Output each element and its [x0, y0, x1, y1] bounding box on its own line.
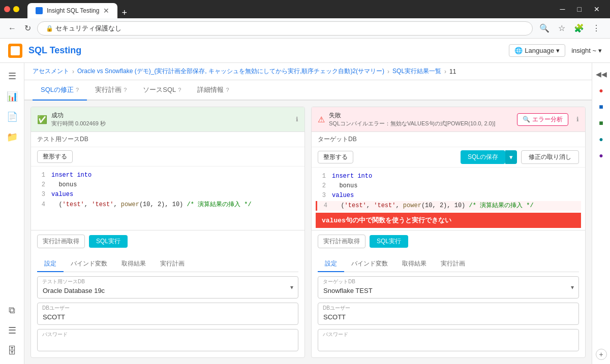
back-btn[interactable]: ← — [6, 22, 18, 35]
right-sql-exec-btn[interactable]: SQL実行 — [370, 235, 408, 248]
right-user-field-label: DBユーザー — [323, 305, 350, 312]
sidebar-icon-doc[interactable]: 📄 — [3, 108, 21, 126]
left-user-field-group: DBユーザー — [37, 303, 298, 325]
window-minimize-btn[interactable]: ─ — [554, 4, 571, 14]
sidebar-icon-db[interactable]: 🗄 — [3, 342, 21, 360]
window-close-btn[interactable]: ✕ — [588, 4, 606, 14]
right-user-input[interactable] — [318, 303, 579, 325]
right-db-select[interactable]: Snowflake TEST — [318, 276, 579, 299]
menu-icon[interactable]: ⋮ — [589, 21, 604, 36]
right-settings-tabs: 設定 バインド変数 取得結果 実行計画 — [318, 256, 579, 272]
rs-red-icon[interactable]: ● — [594, 83, 608, 97]
error-analysis-btn[interactable]: 🔍 エラー分析 — [517, 113, 568, 126]
left-code-editor[interactable]: 1 insert into 2 bonus 3 values 4 — [31, 167, 304, 230]
window-minimize-dot[interactable] — [13, 6, 19, 12]
left-user-field-label: DBユーザー — [42, 305, 70, 312]
error-note: values句の中で関数を使うと実行できない — [316, 213, 581, 228]
left-status-info-icon[interactable]: ℹ — [296, 116, 298, 123]
right-code-line-1: 1 insert into — [316, 172, 581, 181]
tab-sql-modify[interactable]: SQLの修正 ? — [33, 80, 87, 101]
new-tab-btn[interactable]: + — [117, 8, 131, 18]
security-icon: 🔒 — [46, 25, 53, 32]
right-code-editor[interactable]: 1 insert into 2 bonus 3 values 4 — [312, 168, 585, 230]
sidebar-icon-copy[interactable]: ⧉ — [3, 301, 21, 319]
left-status-bar: ✅ 成功 実行時間 0.002469 秒 ℹ — [31, 107, 304, 132]
tab-source-sql[interactable]: ソースSQL ? — [135, 80, 189, 101]
left-exec-plan-btn[interactable]: 実行計画取得 — [37, 235, 85, 248]
left-sql-exec-btn[interactable]: SQL実行 — [89, 235, 128, 248]
code-line-1: 1 insert into — [35, 171, 300, 180]
breadcrumb-item2[interactable]: SQL実行結果一覧 — [392, 67, 441, 76]
right-code-toolbar: 整形する SQLの保存 ▾ 修正の取り消し — [312, 147, 585, 168]
insight-btn[interactable]: insight ~ ▾ — [571, 47, 602, 54]
left-settings-panel: 設定 バインド変数 取得結果 実行計画 テスト用ソースDB Oracle Dat… — [31, 252, 304, 357]
sidebar-icon-menu[interactable]: ☰ — [3, 67, 21, 85]
left-db-field-label: テスト用ソースDB — [42, 278, 85, 285]
star-icon[interactable]: ☆ — [554, 21, 569, 36]
address-bar: ← ↻ 🔒 セキュリティ保護なし 🔍 ☆ 🧩 ⋮ — [0, 18, 610, 39]
right-settings-tab-plan[interactable]: 実行計画 — [434, 256, 472, 272]
left-exec-time: 実行時間 0.002469 秒 — [51, 120, 106, 127]
tab-detail-info[interactable]: 詳細情報 ? — [189, 80, 237, 101]
window-maximize-btn[interactable]: □ — [571, 4, 588, 14]
rs-purple-icon[interactable]: ● — [594, 148, 608, 162]
breadcrumb-item1[interactable]: Oracle vs Snowflake (デモ)_(実行計画全部保存, キャッシ… — [77, 67, 384, 76]
save-sql-arrow-btn[interactable]: ▾ — [505, 150, 517, 164]
right-code-line-2: 2 bonus — [316, 181, 581, 191]
error-icon: ⚠ — [318, 115, 325, 124]
window-close-dot[interactable] — [4, 6, 10, 12]
language-btn[interactable]: 🌐 Language ▾ — [509, 44, 565, 57]
browser-controls — [4, 6, 19, 12]
app-header: SQL Testing 🌐 Language ▾ insight ~ ▾ — [0, 39, 610, 63]
right-password-field-group: パスワード — [318, 329, 579, 351]
cancel-modification-btn[interactable]: 修正の取り消し — [521, 150, 579, 164]
right-error-msg: SQLコンパイルエラー：無効なVALUES句の式[POWER(10.0, 2.0… — [329, 120, 495, 127]
rs-add-icon[interactable]: + — [596, 349, 607, 360]
rs-green-icon[interactable]: ■ — [594, 116, 608, 130]
right-code-line-4-error: 4 ('test', 'test', power(10, 2), 10) /* … — [316, 201, 581, 211]
security-label: セキュリティ保護なし — [55, 24, 121, 33]
sidebar-icon-assessment[interactable]: 📊 — [3, 87, 21, 106]
sidebar-icon-list[interactable]: ☰ — [3, 321, 21, 340]
breadcrumb-current: 11 — [449, 68, 456, 75]
tab-exec-plan[interactable]: 実行計画 ? — [87, 80, 135, 101]
code-line-2: 2 bonus — [35, 180, 300, 190]
search-icon[interactable]: 🔍 — [537, 21, 552, 36]
rs-collapse-icon[interactable]: ◀◀ — [594, 67, 608, 81]
tab-close-btn[interactable]: ✕ — [103, 7, 109, 15]
save-sql-btn[interactable]: SQLの保存 — [461, 150, 505, 164]
left-settings-tab-result[interactable]: 取得結果 — [114, 256, 153, 272]
breadcrumb-home[interactable]: アセスメント — [33, 67, 69, 76]
right-db-field-label: ターゲットDB — [323, 278, 355, 285]
sidebar-icon-folder[interactable]: 📁 — [3, 128, 21, 146]
left-format-btn[interactable]: 整形する — [37, 150, 73, 163]
code-line-3: 3 values — [35, 190, 300, 200]
extension-icon[interactable]: 🧩 — [571, 21, 587, 36]
right-settings-tab-result[interactable]: 取得結果 — [395, 256, 434, 272]
left-settings-tab-plan[interactable]: 実行計画 — [153, 256, 192, 272]
app-logo — [8, 44, 22, 58]
right-settings-tab-config[interactable]: 設定 — [318, 256, 344, 272]
left-settings-tab-bind[interactable]: バインド変数 — [64, 256, 114, 272]
success-icon: ✅ — [37, 115, 47, 124]
rs-cyan-icon[interactable]: ● — [594, 132, 608, 146]
left-password-input[interactable] — [37, 329, 298, 351]
rs-blue-icon[interactable]: ■ — [594, 100, 608, 114]
active-tab[interactable]: Insight SQL Testing ✕ — [27, 3, 117, 18]
right-status-info-icon[interactable]: ℹ — [576, 116, 579, 123]
address-input[interactable]: 🔒 セキュリティ保護なし — [37, 21, 533, 36]
save-sql-group: SQLの保存 ▾ — [461, 150, 517, 164]
left-password-field-group: パスワード — [37, 329, 298, 351]
right-password-input[interactable] — [318, 329, 579, 351]
right-settings-tab-bind[interactable]: バインド変数 — [344, 256, 395, 272]
left-settings-tabs: 設定 バインド変数 取得結果 実行計画 — [37, 256, 298, 272]
right-status-bar: ⚠ 失敗 SQLコンパイルエラー：無効なVALUES句の式[POWER(10.0… — [312, 107, 585, 132]
content-area: アセスメント › Oracle vs Snowflake (デモ)_(実行計画全… — [24, 63, 592, 364]
left-user-input[interactable] — [37, 303, 298, 325]
right-db-label: ターゲットDB — [312, 132, 585, 147]
left-settings-tab-config[interactable]: 設定 — [37, 256, 64, 272]
refresh-btn[interactable]: ↻ — [22, 21, 33, 35]
app-title: SQL Testing — [28, 45, 81, 56]
right-exec-plan-btn[interactable]: 実行計画取得 — [318, 235, 365, 248]
right-format-btn[interactable]: 整形する — [318, 151, 353, 163]
